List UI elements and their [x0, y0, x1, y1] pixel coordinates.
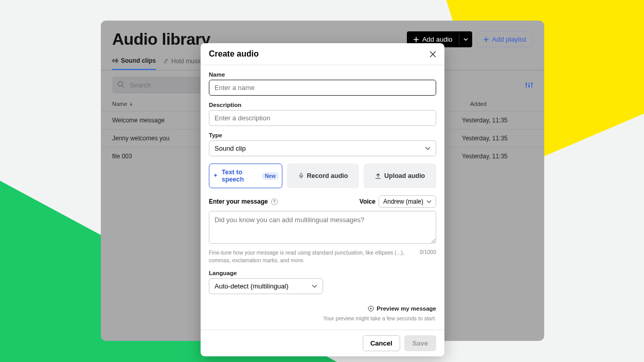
add-playlist-button[interactable]: Add playlist — [476, 31, 533, 47]
plus-icon — [483, 37, 489, 43]
name-input[interactable] — [209, 80, 436, 96]
help-icon[interactable]: ? — [271, 198, 278, 205]
add-audio-dropdown[interactable] — [459, 33, 472, 45]
create-audio-modal: Create audio Name Description Type Sound… — [201, 43, 444, 356]
type-label: Type — [209, 132, 436, 138]
type-value: Sound clip — [214, 144, 246, 152]
svg-point-2 — [528, 85, 530, 87]
preview-button[interactable]: Preview my message — [368, 305, 436, 312]
filter-icon[interactable] — [525, 81, 533, 89]
chevron-down-icon — [312, 283, 317, 289]
chevron-down-icon — [463, 37, 468, 42]
mode-tts-label: Text to speech — [222, 169, 259, 183]
play-icon — [368, 305, 374, 312]
language-value: Auto-detect (multilingual) — [214, 282, 289, 290]
plus-icon — [413, 37, 419, 43]
description-label: Description — [209, 102, 436, 108]
svg-point-3 — [531, 83, 532, 84]
row-added: Yesterday, 11:35 — [462, 135, 533, 142]
voice-value: Andrew (male) — [383, 198, 423, 205]
svg-point-0 — [118, 82, 123, 86]
voice-select[interactable]: Andrew (male) — [379, 195, 436, 208]
sparkle-icon — [212, 173, 219, 179]
language-label: Language — [209, 270, 436, 276]
tab-hold-music-label: Hold music — [171, 58, 202, 65]
search-icon — [117, 81, 124, 88]
row-added: Yesterday, 11:35 — [462, 153, 533, 160]
microphone-icon — [298, 173, 304, 179]
page-title: Audio library — [112, 30, 210, 49]
tab-hold-music[interactable]: Hold music — [163, 54, 202, 70]
col-added-header[interactable]: Added — [470, 101, 533, 107]
add-playlist-label: Add playlist — [492, 35, 526, 43]
language-select[interactable]: Auto-detect (multilingual) — [209, 278, 323, 294]
modal-title: Create audio — [209, 49, 259, 59]
char-count: 0/1000 — [420, 249, 436, 264]
save-button[interactable]: Save — [404, 335, 436, 351]
tab-sound-clips-label: Sound clips — [121, 57, 156, 64]
preview-sub: Your preview might take a few seconds to… — [209, 315, 436, 321]
message-textarea[interactable] — [209, 211, 436, 244]
mode-record-audio[interactable]: Record audio — [287, 164, 360, 188]
close-icon — [430, 51, 436, 58]
mode-record-label: Record audio — [307, 172, 348, 179]
new-badge: New — [262, 172, 279, 180]
soundwave-icon — [112, 58, 118, 64]
cancel-button[interactable]: Cancel — [363, 335, 400, 351]
mode-upload-label: Upload audio — [384, 172, 425, 179]
mode-text-to-speech[interactable]: Text to speech New — [209, 164, 282, 188]
type-select[interactable]: Sound clip — [209, 140, 436, 156]
message-hint: Fine-tune how your message is read using… — [209, 249, 413, 264]
upload-icon — [375, 173, 381, 179]
voice-label: Voice — [360, 198, 375, 205]
arrow-down-icon — [129, 102, 133, 106]
chevron-down-icon — [426, 199, 432, 204]
row-added: Yesterday, 11:35 — [462, 117, 533, 124]
description-input[interactable] — [209, 110, 436, 126]
tab-sound-clips[interactable]: Sound clips — [112, 54, 156, 70]
preview-label: Preview my message — [377, 305, 436, 312]
add-audio-label: Add audio — [422, 35, 453, 43]
mode-upload-audio[interactable]: Upload audio — [364, 164, 436, 188]
svg-rect-4 — [300, 173, 301, 176]
music-note-icon — [163, 59, 169, 64]
svg-point-1 — [526, 83, 527, 85]
chevron-down-icon — [425, 146, 431, 151]
message-label: Enter your message — [209, 198, 268, 205]
name-label: Name — [209, 71, 436, 78]
close-button[interactable] — [430, 51, 436, 58]
